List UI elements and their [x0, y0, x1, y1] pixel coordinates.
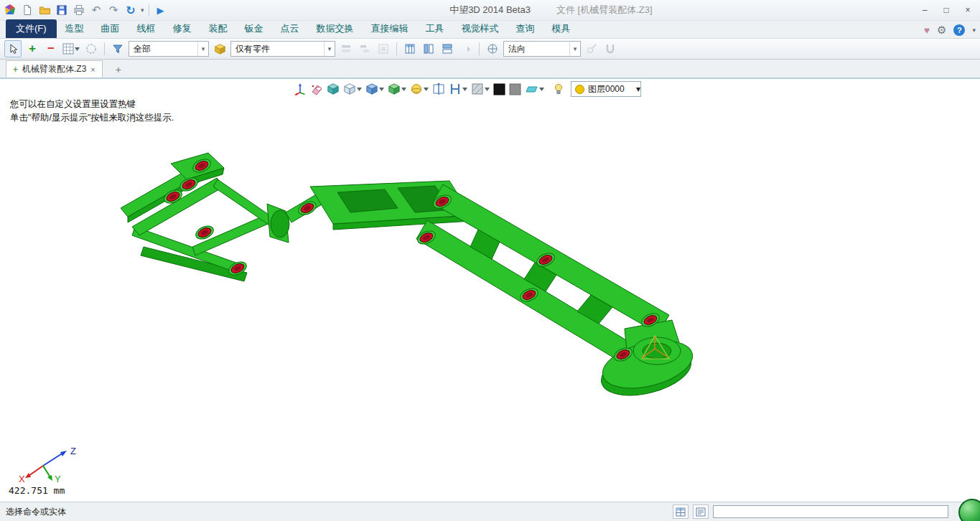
gray-background-swatch[interactable]: [508, 81, 522, 97]
normal-direction-combo[interactable]: 法向 ▾: [503, 41, 581, 57]
tab-mold[interactable]: 模具: [543, 19, 579, 38]
measurement-readout: 422.751 mm: [9, 485, 65, 496]
model-mechanical-arm[interactable]: [108, 144, 704, 402]
remove-selection-icon[interactable]: −: [43, 41, 59, 57]
normal-compass-icon[interactable]: [485, 41, 500, 57]
show-datum-icon[interactable]: [293, 81, 307, 97]
snap-magnet-icon: [602, 41, 618, 57]
print-icon[interactable]: [72, 3, 86, 17]
status-message: 选择命令或实体: [6, 506, 66, 518]
document-title: 文件 [机械臂装配体.Z3]: [556, 4, 653, 17]
view-orientation-combo-icon[interactable]: [387, 81, 407, 97]
shaded-cube-icon[interactable]: [326, 81, 340, 97]
black-background-swatch[interactable]: [493, 81, 506, 97]
pick-scope-combo[interactable]: 仅有零件 ▾: [230, 41, 335, 57]
select-cursor-icon[interactable]: [4, 40, 22, 57]
tab-file[interactable]: 文件(F): [6, 19, 57, 38]
triad-y-label: Y: [55, 474, 61, 483]
quick-access-toolbar: ↶ ↷ ↻ ▾ ▶: [0, 3, 168, 17]
document-tab-label: 机械臂装配体.Z3: [22, 63, 86, 75]
tab-direct-edit[interactable]: 直接编辑: [363, 19, 417, 38]
layer-name: 图层0000: [588, 83, 633, 95]
floor-plane-combo-icon[interactable]: [524, 81, 545, 97]
help-icon[interactable]: ?: [953, 24, 965, 36]
related-parts-icon: [338, 41, 354, 57]
hatch-combo-icon[interactable]: [448, 81, 468, 97]
layer-combo[interactable]: 图层0000 ▾: [571, 81, 641, 97]
separator: [104, 42, 105, 55]
separator: [149, 4, 149, 16]
normal-direction-value: 法向: [508, 43, 566, 55]
chevron-down-icon[interactable]: ▾: [569, 42, 580, 56]
app-window: ↶ ↷ ↻ ▾ ▶ 中望3D 2014 Beta3 文件 [机械臂装配体.Z3]…: [0, 0, 980, 521]
tab-repair[interactable]: 修复: [164, 19, 200, 38]
hint-line-1: 您可以在自定义设置里设置热键: [10, 98, 174, 111]
layer-bulb-icon[interactable]: [553, 81, 564, 97]
message-log-toggle-icon[interactable]: [693, 504, 709, 519]
tab-plus-icon: +: [13, 65, 18, 75]
ribbon-right-tools: ♥ ⚙ ? ▾: [924, 24, 976, 37]
column-view-icon[interactable]: [421, 41, 437, 57]
view-toolbar: 图层0000 ▾: [293, 81, 641, 97]
undo-icon[interactable]: ↶: [89, 3, 103, 17]
chevron-down-icon[interactable]: ▾: [197, 42, 208, 56]
erase-blank-icon[interactable]: [309, 81, 324, 97]
shape-filter-cube-icon[interactable]: [212, 41, 228, 57]
separator: [396, 42, 397, 55]
lasso-select-icon[interactable]: [83, 41, 99, 57]
new-document-icon[interactable]: [20, 3, 34, 17]
table-panel-toggle-icon[interactable]: [673, 504, 689, 519]
display-mode-combo-icon[interactable]: [365, 81, 385, 97]
swap-selection-icon: [357, 41, 373, 57]
list-view-icon[interactable]: [402, 41, 418, 57]
texture-combo-icon[interactable]: [470, 81, 490, 97]
document-tab-active[interactable]: + 机械臂装配体.Z3 ×: [6, 60, 103, 78]
open-folder-icon[interactable]: [37, 3, 52, 17]
quick-access-caret-icon[interactable]: ▾: [141, 6, 144, 14]
new-tab-button[interactable]: +: [110, 61, 127, 78]
tab-tools[interactable]: 工具: [417, 19, 453, 38]
wireframe-mode-combo-icon[interactable]: [342, 81, 363, 97]
tab-data-exchange[interactable]: 数据交换: [308, 19, 363, 38]
watermark-logo: [958, 499, 980, 521]
close-button[interactable]: ×: [957, 2, 979, 18]
isolate-icon: [375, 41, 391, 57]
entity-filter-combo[interactable]: 全部 ▾: [129, 41, 209, 57]
tab-wireframe[interactable]: 线框: [129, 19, 164, 38]
save-icon[interactable]: [55, 3, 69, 17]
command-input[interactable]: [713, 505, 948, 518]
ribbon-tab-bar: 文件(F) 造型 曲面 线框 修复 装配 钣金 点云 数据交换 直接编辑 工具 …: [0, 21, 980, 38]
triad-x-label: X: [19, 474, 25, 483]
window-controls: – □ ×: [914, 0, 979, 20]
sync-regenerate-icon[interactable]: ↻: [123, 3, 138, 17]
minimize-button[interactable]: –: [914, 2, 935, 18]
section-view-icon[interactable]: [431, 81, 446, 97]
redo-icon[interactable]: ↷: [106, 3, 121, 17]
tab-shape[interactable]: 造型: [57, 19, 93, 38]
triad-z-label: Z: [70, 446, 76, 456]
status-bar: 选择命令或实体: [0, 502, 980, 521]
row-view-icon[interactable]: [439, 41, 455, 57]
add-selection-icon[interactable]: +: [24, 41, 40, 57]
tab-pointcloud[interactable]: 点云: [272, 19, 308, 38]
tab-inquire[interactable]: 查询: [508, 19, 543, 38]
tab-surface[interactable]: 曲面: [93, 19, 129, 38]
tab-assembly[interactable]: 装配: [200, 19, 236, 38]
maximize-button[interactable]: □: [935, 2, 957, 18]
chevron-down-icon[interactable]: ▾: [636, 84, 640, 94]
filter-funnel-icon[interactable]: [110, 41, 126, 57]
tab-sheetmetal[interactable]: 钣金: [236, 19, 272, 38]
hint-line-2: 单击"帮助/显示提示"按钮来取消这些提示.: [10, 111, 174, 125]
favorites-heart-icon[interactable]: ♥: [924, 24, 930, 36]
tab-visual-style[interactable]: 视觉样式: [453, 19, 508, 38]
viewport-3d[interactable]: 图层0000 ▾ 您可以在自定义设置里设置热键 单击"帮助/显示提示"按钮来取消…: [0, 79, 980, 502]
tab-close-icon[interactable]: ×: [90, 65, 95, 74]
probe-icon: [584, 41, 599, 57]
appearance-combo-icon[interactable]: [409, 81, 429, 97]
play-run-icon[interactable]: ▶: [154, 3, 168, 17]
chevron-down-icon[interactable]: ▾: [324, 42, 335, 56]
ribbon-collapse-caret-icon[interactable]: ▾: [972, 27, 976, 34]
pick-grid-icon[interactable]: [62, 41, 80, 57]
settings-gear-icon[interactable]: ⚙: [937, 24, 946, 37]
titlebar: ↶ ↷ ↻ ▾ ▶ 中望3D 2014 Beta3 文件 [机械臂装配体.Z3]…: [0, 0, 980, 21]
